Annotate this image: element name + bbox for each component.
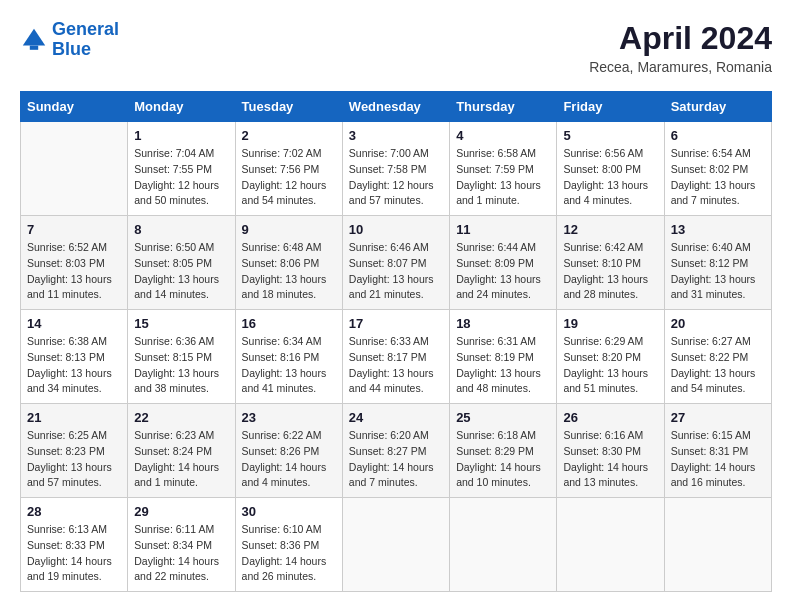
day-number: 8 [134, 222, 228, 237]
day-info: Sunrise: 6:54 AM Sunset: 8:02 PM Dayligh… [671, 146, 765, 209]
day-number: 24 [349, 410, 443, 425]
day-number: 25 [456, 410, 550, 425]
calendar-day-cell: 3Sunrise: 7:00 AM Sunset: 7:58 PM Daylig… [342, 122, 449, 216]
calendar-day-cell: 21Sunrise: 6:25 AM Sunset: 8:23 PM Dayli… [21, 404, 128, 498]
calendar-day-cell [664, 498, 771, 592]
day-info: Sunrise: 6:56 AM Sunset: 8:00 PM Dayligh… [563, 146, 657, 209]
calendar-day-cell: 17Sunrise: 6:33 AM Sunset: 8:17 PM Dayli… [342, 310, 449, 404]
day-of-week-header: Thursday [450, 92, 557, 122]
day-number: 18 [456, 316, 550, 331]
day-number: 23 [242, 410, 336, 425]
calendar-day-cell: 12Sunrise: 6:42 AM Sunset: 8:10 PM Dayli… [557, 216, 664, 310]
day-info: Sunrise: 6:58 AM Sunset: 7:59 PM Dayligh… [456, 146, 550, 209]
day-info: Sunrise: 6:46 AM Sunset: 8:07 PM Dayligh… [349, 240, 443, 303]
calendar-day-cell [557, 498, 664, 592]
day-info: Sunrise: 6:34 AM Sunset: 8:16 PM Dayligh… [242, 334, 336, 397]
day-number: 4 [456, 128, 550, 143]
day-info: Sunrise: 6:44 AM Sunset: 8:09 PM Dayligh… [456, 240, 550, 303]
day-info: Sunrise: 6:31 AM Sunset: 8:19 PM Dayligh… [456, 334, 550, 397]
day-info: Sunrise: 6:38 AM Sunset: 8:13 PM Dayligh… [27, 334, 121, 397]
svg-marker-0 [23, 29, 45, 46]
page-header: General Blue April 2024 Recea, Maramures… [20, 20, 772, 75]
calendar-body: 1Sunrise: 7:04 AM Sunset: 7:55 PM Daylig… [21, 122, 772, 592]
day-info: Sunrise: 6:11 AM Sunset: 8:34 PM Dayligh… [134, 522, 228, 585]
logo-icon [20, 26, 48, 54]
day-number: 10 [349, 222, 443, 237]
day-info: Sunrise: 6:16 AM Sunset: 8:30 PM Dayligh… [563, 428, 657, 491]
day-info: Sunrise: 6:25 AM Sunset: 8:23 PM Dayligh… [27, 428, 121, 491]
calendar-week-row: 7Sunrise: 6:52 AM Sunset: 8:03 PM Daylig… [21, 216, 772, 310]
day-number: 29 [134, 504, 228, 519]
day-info: Sunrise: 6:18 AM Sunset: 8:29 PM Dayligh… [456, 428, 550, 491]
day-info: Sunrise: 6:52 AM Sunset: 8:03 PM Dayligh… [27, 240, 121, 303]
day-of-week-header: Sunday [21, 92, 128, 122]
calendar-week-row: 14Sunrise: 6:38 AM Sunset: 8:13 PM Dayli… [21, 310, 772, 404]
calendar-day-cell [21, 122, 128, 216]
day-info: Sunrise: 6:20 AM Sunset: 8:27 PM Dayligh… [349, 428, 443, 491]
calendar-header-row: SundayMondayTuesdayWednesdayThursdayFrid… [21, 92, 772, 122]
day-number: 28 [27, 504, 121, 519]
day-of-week-header: Tuesday [235, 92, 342, 122]
calendar-day-cell: 7Sunrise: 6:52 AM Sunset: 8:03 PM Daylig… [21, 216, 128, 310]
calendar-day-cell: 23Sunrise: 6:22 AM Sunset: 8:26 PM Dayli… [235, 404, 342, 498]
day-number: 2 [242, 128, 336, 143]
calendar-week-row: 1Sunrise: 7:04 AM Sunset: 7:55 PM Daylig… [21, 122, 772, 216]
day-info: Sunrise: 7:04 AM Sunset: 7:55 PM Dayligh… [134, 146, 228, 209]
day-of-week-header: Saturday [664, 92, 771, 122]
day-info: Sunrise: 6:27 AM Sunset: 8:22 PM Dayligh… [671, 334, 765, 397]
day-number: 20 [671, 316, 765, 331]
calendar-table: SundayMondayTuesdayWednesdayThursdayFrid… [20, 91, 772, 592]
day-number: 5 [563, 128, 657, 143]
day-number: 16 [242, 316, 336, 331]
logo: General Blue [20, 20, 119, 60]
day-number: 17 [349, 316, 443, 331]
calendar-day-cell: 8Sunrise: 6:50 AM Sunset: 8:05 PM Daylig… [128, 216, 235, 310]
day-info: Sunrise: 6:42 AM Sunset: 8:10 PM Dayligh… [563, 240, 657, 303]
subtitle: Recea, Maramures, Romania [589, 59, 772, 75]
day-info: Sunrise: 7:00 AM Sunset: 7:58 PM Dayligh… [349, 146, 443, 209]
day-number: 22 [134, 410, 228, 425]
day-info: Sunrise: 7:02 AM Sunset: 7:56 PM Dayligh… [242, 146, 336, 209]
day-number: 11 [456, 222, 550, 237]
day-info: Sunrise: 6:29 AM Sunset: 8:20 PM Dayligh… [563, 334, 657, 397]
day-info: Sunrise: 6:22 AM Sunset: 8:26 PM Dayligh… [242, 428, 336, 491]
calendar-day-cell: 1Sunrise: 7:04 AM Sunset: 7:55 PM Daylig… [128, 122, 235, 216]
calendar-day-cell: 2Sunrise: 7:02 AM Sunset: 7:56 PM Daylig… [235, 122, 342, 216]
day-info: Sunrise: 6:48 AM Sunset: 8:06 PM Dayligh… [242, 240, 336, 303]
day-info: Sunrise: 6:50 AM Sunset: 8:05 PM Dayligh… [134, 240, 228, 303]
calendar-day-cell: 28Sunrise: 6:13 AM Sunset: 8:33 PM Dayli… [21, 498, 128, 592]
calendar-day-cell: 5Sunrise: 6:56 AM Sunset: 8:00 PM Daylig… [557, 122, 664, 216]
calendar-day-cell: 4Sunrise: 6:58 AM Sunset: 7:59 PM Daylig… [450, 122, 557, 216]
day-info: Sunrise: 6:36 AM Sunset: 8:15 PM Dayligh… [134, 334, 228, 397]
calendar-day-cell: 6Sunrise: 6:54 AM Sunset: 8:02 PM Daylig… [664, 122, 771, 216]
day-number: 21 [27, 410, 121, 425]
day-number: 6 [671, 128, 765, 143]
day-number: 27 [671, 410, 765, 425]
day-number: 9 [242, 222, 336, 237]
main-title: April 2024 [589, 20, 772, 57]
calendar-day-cell: 26Sunrise: 6:16 AM Sunset: 8:30 PM Dayli… [557, 404, 664, 498]
day-number: 3 [349, 128, 443, 143]
calendar-day-cell: 9Sunrise: 6:48 AM Sunset: 8:06 PM Daylig… [235, 216, 342, 310]
day-number: 1 [134, 128, 228, 143]
title-block: April 2024 Recea, Maramures, Romania [589, 20, 772, 75]
calendar-day-cell: 29Sunrise: 6:11 AM Sunset: 8:34 PM Dayli… [128, 498, 235, 592]
calendar-day-cell: 22Sunrise: 6:23 AM Sunset: 8:24 PM Dayli… [128, 404, 235, 498]
calendar-day-cell [342, 498, 449, 592]
day-number: 12 [563, 222, 657, 237]
day-info: Sunrise: 6:23 AM Sunset: 8:24 PM Dayligh… [134, 428, 228, 491]
calendar-day-cell: 20Sunrise: 6:27 AM Sunset: 8:22 PM Dayli… [664, 310, 771, 404]
day-of-week-header: Wednesday [342, 92, 449, 122]
day-number: 26 [563, 410, 657, 425]
day-info: Sunrise: 6:40 AM Sunset: 8:12 PM Dayligh… [671, 240, 765, 303]
day-info: Sunrise: 6:13 AM Sunset: 8:33 PM Dayligh… [27, 522, 121, 585]
day-number: 30 [242, 504, 336, 519]
logo-line1: General [52, 19, 119, 39]
logo-line2: Blue [52, 39, 91, 59]
calendar-day-cell [450, 498, 557, 592]
day-info: Sunrise: 6:15 AM Sunset: 8:31 PM Dayligh… [671, 428, 765, 491]
day-of-week-header: Monday [128, 92, 235, 122]
day-info: Sunrise: 6:33 AM Sunset: 8:17 PM Dayligh… [349, 334, 443, 397]
calendar-day-cell: 10Sunrise: 6:46 AM Sunset: 8:07 PM Dayli… [342, 216, 449, 310]
day-number: 14 [27, 316, 121, 331]
